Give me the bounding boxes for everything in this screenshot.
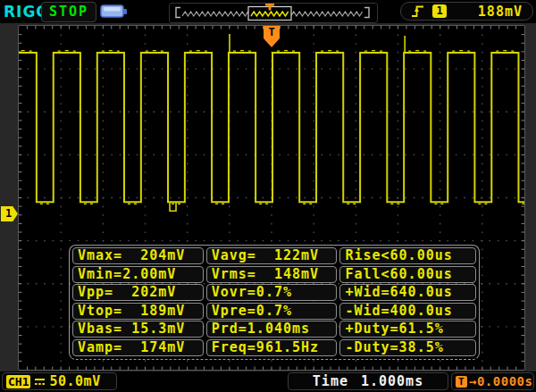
dc-coupling-icon bbox=[33, 376, 46, 388]
timebase-readout: Time 1.000ms bbox=[288, 372, 448, 390]
measurement-neg-duty: -Duty=38.5% bbox=[339, 339, 476, 356]
oscilloscope-display: RIGOL STOP 1 188mV T 1 Vmax= 204mV Vavg=… bbox=[0, 0, 536, 392]
rising-edge-icon bbox=[411, 4, 424, 18]
measurement-neg-width: -Wid=400.0us bbox=[339, 303, 476, 320]
measurement-vavg: Vavg= 122mV bbox=[206, 247, 338, 264]
trigger-offset-value: →0.0000s bbox=[469, 374, 532, 388]
measurement-vpre: Vpre=0.7% bbox=[206, 303, 338, 320]
measurement-vtop: Vtop= 189mV bbox=[72, 303, 204, 320]
acquisition-status-badge: STOP bbox=[41, 2, 96, 22]
timebase-value: 1.000ms bbox=[361, 373, 423, 389]
measurement-vpp: Vpp= 202mV bbox=[72, 284, 204, 301]
trigger-source-badge: 1 bbox=[432, 4, 447, 18]
measurement-fall: Fall<60.00us bbox=[339, 266, 476, 283]
measurement-vrms: Vrms= 148mV bbox=[206, 266, 338, 283]
trigger-offset-badge: T bbox=[456, 376, 467, 388]
trigger-level-value: 188mV bbox=[478, 4, 523, 20]
trigger-readout: 1 188mV bbox=[400, 2, 533, 21]
timebase-label: Time bbox=[313, 373, 348, 389]
channel1-settings: CH1 50.0mV bbox=[2, 372, 117, 390]
trigger-offset-readout: T →0.0000s bbox=[451, 372, 534, 390]
channel1-scale-value: 50.0mV bbox=[49, 373, 100, 389]
measurement-pos-width: +Wid=640.0us bbox=[339, 284, 476, 301]
measurement-pos-duty: +Duty=61.5% bbox=[339, 321, 476, 338]
horizontal-position-indicator bbox=[169, 3, 378, 23]
measurement-rise: Rise<60.00us bbox=[339, 247, 476, 264]
memory-waveform-icon bbox=[170, 4, 375, 21]
measurement-freq: Freq=961.5Hz bbox=[206, 339, 338, 356]
measurement-vmax: Vmax= 204mV bbox=[72, 247, 204, 264]
battery-icon bbox=[100, 4, 129, 20]
measurement-vmin: Vmin=2.00mV bbox=[72, 266, 204, 283]
measurement-vovr: Vovr=0.7% bbox=[206, 284, 338, 301]
measurement-vamp: Vamp= 174mV bbox=[72, 339, 204, 356]
measurement-vbas: Vbas= 15.3mV bbox=[72, 321, 204, 338]
measurement-period: Prd=1.040ms bbox=[206, 321, 338, 338]
measurements-panel: Vmax= 204mV Vavg= 122mV Rise<60.00us Vmi… bbox=[69, 245, 480, 360]
channel1-label-badge: CH1 bbox=[6, 375, 30, 388]
